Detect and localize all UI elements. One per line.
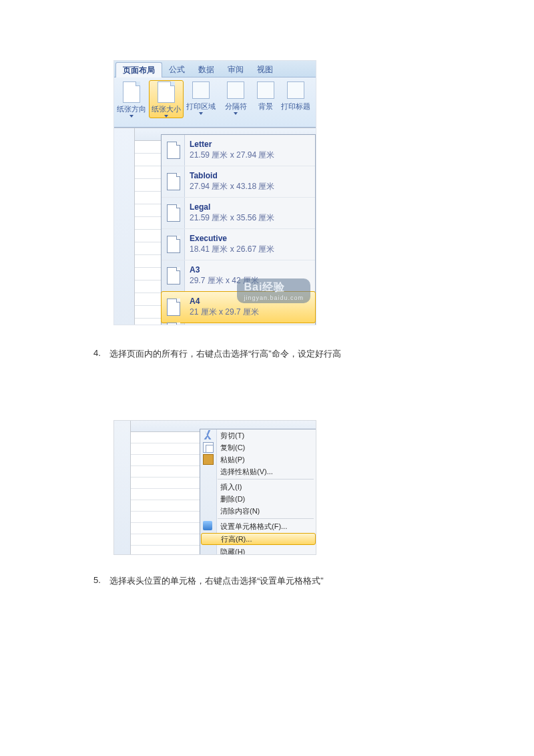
label: 分隔符: [225, 102, 247, 112]
label: 背景: [258, 102, 273, 112]
page-icon: [167, 236, 180, 253]
paper-legal[interactable]: Legal 21.59 厘米 x 35.56 厘米: [162, 198, 315, 229]
paper-a4[interactable]: A4 21 厘米 x 29.7 厘米: [161, 291, 316, 323]
menu-row-height[interactable]: 行高(R)...: [201, 533, 316, 545]
label: 设置单元格格式(F)...: [220, 522, 287, 530]
page-icon: [167, 204, 180, 222]
paper-size-menu: Letter 21.59 厘米 x 27.94 厘米 Tabloid 27.94…: [161, 134, 316, 325]
label: 隐藏(H): [220, 548, 245, 555]
copy-icon: [203, 442, 214, 453]
screenshot-context-menu: 剪切(T) 复制(C) 粘贴(P) 选择性粘贴(V)... 插入(I): [113, 420, 316, 555]
print-titles-icon: [287, 81, 304, 99]
tab-formulas[interactable]: 公式: [162, 62, 192, 77]
screenshot-paper-size: 页面布局 公式 数据 审阅 视图 纸张方向 纸张大小: [113, 60, 316, 325]
breaks-icon: [227, 81, 244, 99]
tab-page-layout[interactable]: 页面布局: [115, 62, 162, 77]
step-number: 5.: [93, 575, 109, 587]
paper-dim: 18.41 厘米 x 26.67 厘米: [190, 244, 274, 254]
page-icon: [167, 267, 180, 285]
menu-paste[interactable]: 粘贴(P): [200, 453, 316, 465]
page-icon: [167, 299, 180, 316]
menu-hide[interactable]: 隐藏(H): [200, 546, 316, 555]
tab-view[interactable]: 视图: [250, 62, 280, 77]
paper-name: Tabloid: [190, 172, 274, 180]
background-icon: [257, 81, 274, 99]
paper-dim: 29.7 厘米 x 42 厘米: [190, 276, 259, 285]
context-menu: 剪切(T) 复制(C) 粘贴(P) 选择性粘贴(V)... 插入(I): [200, 429, 316, 555]
paper-dim: 21.59 厘米 x 27.94 厘米: [190, 150, 274, 160]
paper-name: A4: [190, 297, 259, 306]
page-icon: [167, 142, 180, 159]
menu-copy[interactable]: 复制(C): [200, 441, 316, 453]
chevron-down-icon: [164, 115, 169, 118]
paper-tabloid[interactable]: Tabloid 27.94 厘米 x 43.18 厘米: [162, 166, 315, 198]
menu-insert[interactable]: 插入(I): [200, 481, 316, 493]
paper-name: Executive: [190, 234, 274, 243]
cut-icon: [203, 430, 212, 439]
paper-name: Letter: [190, 140, 274, 149]
step-text: 选择表头位置的单元格，右键点击选择“设置单元格格式”: [109, 575, 324, 587]
tab-data[interactable]: 数据: [192, 62, 221, 77]
chevron-down-icon: [199, 112, 204, 115]
label: 粘贴(P): [220, 455, 245, 463]
label: 删除(D): [220, 495, 245, 503]
ribbon-tabs: 页面布局 公式 数据 审阅 视图: [114, 61, 316, 77]
ribbon: 纸张方向 纸张大小 打印区域 分隔符: [114, 77, 316, 128]
label: 清除内容(N): [220, 507, 260, 515]
label: 行高(R)...: [221, 535, 252, 543]
paper-letter[interactable]: Letter 21.59 厘米 x 27.94 厘米: [162, 135, 315, 166]
paper-a3[interactable]: A3 29.7 厘米 x 42 厘米: [162, 260, 315, 292]
step-4: 4. 选择页面内的所有行，右键点击选择“行高”命令，设定好行高: [93, 348, 441, 360]
format-icon: [203, 521, 212, 530]
step-text: 选择页面内的所有行，右键点击选择“行高”命令，设定好行高: [109, 348, 341, 360]
paper-name: A3: [190, 266, 259, 274]
paper-executive[interactable]: Executive 18.41 厘米 x 26.67 厘米: [162, 229, 315, 260]
page-icon: [167, 323, 180, 325]
label: 选择性粘贴(V)...: [220, 467, 273, 476]
menu-format-cells[interactable]: 设置单元格格式(F)...: [200, 520, 316, 532]
label: 复制(C): [220, 443, 245, 451]
ribbon-print-titles[interactable]: 打印标题: [278, 80, 313, 112]
print-area-icon: [192, 81, 210, 99]
paper-dim: 21 厘米 x 29.7 厘米: [190, 307, 259, 317]
paper-dim: 27.94 厘米 x 43.18 厘米: [190, 182, 274, 191]
ribbon-breaks[interactable]: 分隔符: [218, 80, 253, 115]
step-number: 4.: [93, 348, 109, 360]
label: 剪切(T): [220, 431, 244, 439]
page-icon: [167, 173, 180, 190]
paste-icon: [203, 454, 214, 465]
label: 打印标题: [281, 102, 310, 112]
paper-name: Legal: [190, 203, 274, 212]
ribbon-paper-size[interactable]: 纸张大小: [149, 80, 184, 118]
ribbon-margins[interactable]: 纸张方向: [114, 80, 149, 118]
label: 纸张方向: [117, 104, 146, 114]
paper-a5[interactable]: A5: [162, 323, 315, 325]
menu-delete[interactable]: 删除(D): [200, 493, 316, 505]
menu-paste-special[interactable]: 选择性粘贴(V)...: [200, 465, 316, 478]
page-icon: [123, 81, 140, 103]
ribbon-background[interactable]: 背景: [253, 80, 278, 112]
label: 纸张大小: [152, 104, 181, 114]
paper-dim: 21.59 厘米 x 35.56 厘米: [190, 213, 274, 222]
label: 打印区域: [186, 102, 216, 112]
step-5: 5. 选择表头位置的单元格，右键点击选择“设置单元格格式”: [93, 575, 441, 587]
menu-clear[interactable]: 清除内容(N): [200, 505, 316, 517]
page-icon: [158, 81, 175, 103]
ribbon-print-area[interactable]: 打印区域: [184, 80, 218, 115]
chevron-down-icon: [234, 112, 238, 115]
label: 插入(I): [220, 483, 242, 491]
tab-review[interactable]: 审阅: [221, 62, 250, 77]
chevron-down-icon: [129, 115, 134, 118]
menu-cut[interactable]: 剪切(T): [200, 429, 316, 441]
